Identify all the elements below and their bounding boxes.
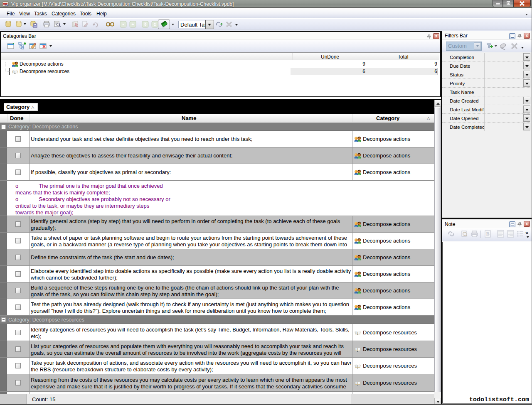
svg-text:B: B [486, 231, 489, 237]
